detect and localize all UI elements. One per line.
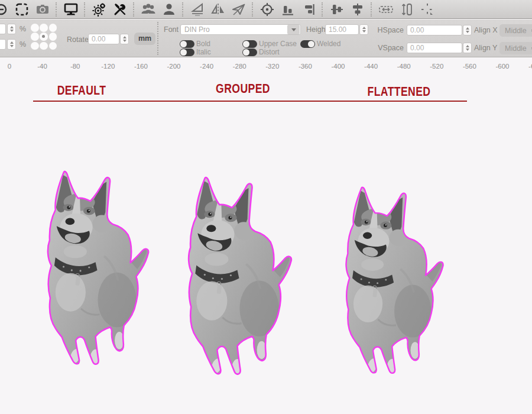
welded-toggle[interactable] <box>300 40 315 48</box>
toolbar-separator <box>84 2 86 17</box>
tools-icon[interactable] <box>112 2 128 17</box>
toggle-knob <box>180 41 187 47</box>
align-x-select[interactable]: Middle <box>499 24 532 37</box>
canvas-label-grouped: GROUPED <box>216 81 270 96</box>
italic-label: Italic <box>196 48 211 56</box>
rotate-spinner[interactable] <box>120 34 129 44</box>
align-x-value: Middle <box>505 27 527 35</box>
width-spinner[interactable] <box>7 24 16 34</box>
anchor-top-right[interactable] <box>49 24 57 32</box>
set-square-icon[interactable] <box>190 2 205 17</box>
toggle-knob <box>243 41 249 47</box>
distort-label: Distort <box>259 48 280 56</box>
dog-object-flattened[interactable] <box>344 185 446 376</box>
upper-case-toggle[interactable] <box>242 40 257 48</box>
resize-width-icon[interactable] <box>378 2 394 17</box>
align-bottom-icon[interactable] <box>280 2 296 17</box>
height-unit-label: % <box>20 40 26 48</box>
chevron-down-icon[interactable] <box>287 25 300 34</box>
marquee-select-icon[interactable] <box>14 2 30 17</box>
anchor-top-left[interactable] <box>31 24 39 32</box>
hspace-spinner[interactable] <box>463 25 472 35</box>
vspace-input[interactable] <box>407 43 462 53</box>
monitor-icon[interactable] <box>63 2 79 17</box>
flip-horizontal-icon[interactable] <box>210 2 226 17</box>
panel-separator <box>157 22 158 55</box>
bold-toggle[interactable] <box>180 40 194 48</box>
anchor-point-grid[interactable] <box>31 24 57 50</box>
toolbar-separator <box>182 2 184 17</box>
anchor-center-selected[interactable] <box>40 33 48 41</box>
align-center-v-icon[interactable] <box>350 2 365 17</box>
height-pct-spinner[interactable] <box>7 39 16 50</box>
user-icon[interactable] <box>161 2 177 17</box>
anchor-bottom-right[interactable] <box>49 42 57 50</box>
toolbar-separator <box>322 2 324 17</box>
anchor-top-center[interactable] <box>40 24 48 32</box>
align-y-label: Align Y <box>474 44 497 52</box>
align-right-icon[interactable] <box>301 2 316 17</box>
rotate-label: Rotate <box>67 35 89 44</box>
target-icon[interactable] <box>259 2 275 17</box>
align-center-h-icon[interactable] <box>329 2 345 17</box>
app-window: { "toolbar": { "icons": [ "zoom-out-icon… <box>0 0 532 414</box>
toggle-knob <box>243 49 249 56</box>
settings-gears-icon[interactable] <box>92 2 107 17</box>
width-unit-label: % <box>20 25 26 33</box>
group-users-icon[interactable] <box>141 2 156 17</box>
width-input[interactable] <box>0 24 6 34</box>
align-y-select[interactable]: Middle <box>499 42 532 54</box>
resize-height-icon[interactable] <box>399 2 414 17</box>
align-y-value: Middle <box>505 44 527 53</box>
canvas-label-default: DEFAULT <box>57 83 106 98</box>
toggle-knob <box>180 49 187 56</box>
distort-toggle[interactable] <box>242 48 257 56</box>
rotate-input[interactable] <box>88 34 119 44</box>
red-divider-line <box>33 101 467 102</box>
toolbar-separator <box>252 2 254 17</box>
upper-case-label: Upper Case <box>259 40 297 48</box>
properties-toolbar: % % Rotate mm Font DIN Pro Height Bold I… <box>0 20 532 57</box>
move-position-icon[interactable] <box>420 2 435 17</box>
welded-label: Welded <box>317 40 340 48</box>
send-plane-icon[interactable] <box>231 2 246 17</box>
font-label: Font <box>164 25 179 34</box>
italic-toggle[interactable] <box>180 48 194 56</box>
toolbar-separator <box>371 2 373 17</box>
vspace-spinner[interactable] <box>463 43 472 53</box>
toggle-knob <box>308 41 314 47</box>
anchor-bottom-center[interactable] <box>40 42 48 50</box>
align-x-label: Align X <box>474 26 498 34</box>
height-pct-input[interactable] <box>0 39 6 50</box>
units-button[interactable]: mm <box>134 33 155 45</box>
height-spinner[interactable] <box>359 24 368 35</box>
vspace-label: VSpace <box>375 44 404 52</box>
dog-object-grouped[interactable] <box>186 175 294 377</box>
bold-label: Bold <box>196 40 210 48</box>
dog-object-default[interactable] <box>46 169 151 367</box>
canvas-label-flattened: FLATTENED <box>368 84 431 99</box>
font-combobox[interactable]: DIN Pro <box>180 24 301 35</box>
anchor-middle-left[interactable] <box>31 33 39 41</box>
camera-icon[interactable] <box>35 2 50 17</box>
zoom-out-icon[interactable] <box>0 2 9 17</box>
toolbar-separator <box>56 2 58 17</box>
canvas[interactable]: DEFAULT GROUPED FLATTENED <box>0 58 532 414</box>
main-toolbar <box>0 0 532 19</box>
height-label: Height <box>306 25 327 34</box>
anchor-bottom-left[interactable] <box>31 42 39 50</box>
hspace-label: HSpace <box>375 26 404 34</box>
hspace-input[interactable] <box>407 25 462 35</box>
height-input[interactable] <box>325 24 359 35</box>
anchor-middle-right[interactable] <box>49 33 57 41</box>
toolbar-separator <box>133 2 135 17</box>
font-value: DIN Pro <box>181 25 287 34</box>
